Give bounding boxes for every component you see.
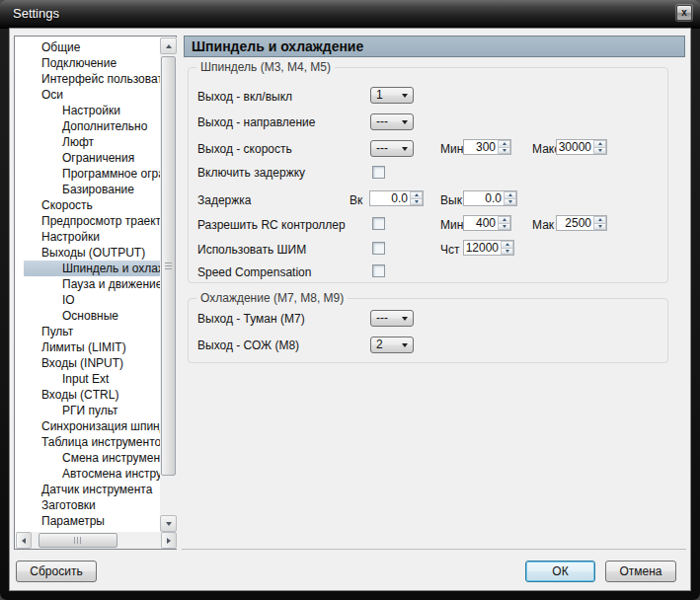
mist-output-select[interactable]: --- <box>370 310 414 327</box>
cooling-group: Охлаждение (M7, M8, M9) Выход - Туман (M… <box>188 298 668 363</box>
delay-off-spinner <box>463 190 517 206</box>
scroll-right-arrow-icon[interactable] <box>161 532 177 549</box>
page-title: Шпиндель и охлаждение <box>184 36 685 57</box>
mist-output-label: Выход - Туман (M7) <box>197 312 305 326</box>
pwm-freq-input[interactable] <box>464 241 501 255</box>
delay-on-spinner <box>369 190 424 206</box>
horizontal-scrollbar-thumb[interactable] <box>39 533 117 548</box>
tree-item-list: ОбщиеПодключениеИнтерфейс пользоватеОсиН… <box>16 38 160 532</box>
rc-controller-label: Разрешить RC контроллер <box>197 218 346 232</box>
scroll-down-arrow-icon[interactable] <box>160 515 177 532</box>
flood-output-select[interactable]: 2 <box>370 337 414 353</box>
delay-off-input[interactable] <box>464 191 504 205</box>
delay-on-input[interactable] <box>370 191 410 205</box>
spin-down-icon[interactable] <box>410 198 423 206</box>
settings-tree: ОбщиеПодключениеИнтерфейс пользоватеОсиН… <box>14 36 177 550</box>
tree-item[interactable]: Интерфейс пользовате <box>16 71 160 87</box>
chevron-down-icon <box>402 343 408 347</box>
out-direction-select[interactable]: --- <box>370 113 414 130</box>
tree-item[interactable]: Оси <box>16 87 160 103</box>
tree-item[interactable]: Программное огра <box>16 166 160 182</box>
vertical-scrollbar-thumb[interactable] <box>161 56 176 476</box>
tree-item[interactable]: Предпросмотр траекто <box>16 213 160 229</box>
cancel-button[interactable]: Отмена <box>605 561 676 582</box>
tree-item[interactable]: Входы (CTRL) <box>16 387 160 403</box>
spin-down-icon[interactable] <box>498 223 510 231</box>
chevron-down-icon <box>402 120 408 124</box>
chevron-down-icon <box>402 317 408 321</box>
pwm-freq-spinner <box>463 240 514 256</box>
tree-item[interactable]: Общие <box>16 39 160 55</box>
speed-min-input[interactable] <box>464 140 498 154</box>
scroll-up-arrow-icon[interactable] <box>160 38 177 54</box>
tree-item[interactable]: Пульт <box>16 324 160 339</box>
tree-item[interactable]: Входы (INPUT) <box>16 355 160 371</box>
tree-item[interactable]: Датчик инструмента <box>16 482 160 497</box>
speed-compensation-checkbox[interactable] <box>372 264 385 277</box>
out-speed-value: --- <box>371 141 402 156</box>
tree-item[interactable]: Базирование <box>16 182 160 197</box>
tree-item[interactable]: Скорость <box>16 197 160 213</box>
spindle-group: Шпиндель (M3, M4, M5) Выход - вкл/выкл 1… <box>188 67 668 283</box>
tree-item[interactable]: Люфт <box>16 134 160 150</box>
tree-item[interactable]: Выходы (OUTPUT) <box>16 245 160 261</box>
rc-min-input[interactable] <box>464 216 498 230</box>
enable-delay-label: Включить задержку <box>197 166 305 180</box>
ok-button[interactable]: ОК <box>525 561 595 582</box>
tree-item[interactable]: Подключение <box>16 55 160 71</box>
tree-item[interactable]: IO <box>16 292 160 308</box>
enable-delay-checkbox[interactable] <box>372 166 385 179</box>
rc-min-spinner <box>463 215 511 231</box>
tree-vertical-scrollbar[interactable] <box>160 38 177 532</box>
delay-label: Задержка <box>197 193 252 207</box>
tree-item[interactable]: Основные <box>16 308 160 324</box>
speed-min-label: Мин <box>440 142 463 156</box>
out-speed-label: Выход - скорость <box>197 142 292 156</box>
tree-item[interactable]: РГИ пульт <box>16 403 160 418</box>
tree-item[interactable]: Автосмена инструм <box>16 466 160 482</box>
use-pwm-checkbox[interactable] <box>372 242 385 255</box>
cooling-group-title: Охлаждение (M7, M8, M9) <box>196 291 348 306</box>
mist-output-value: --- <box>371 311 402 326</box>
close-icon[interactable]: x <box>676 5 692 21</box>
tree-item[interactable]: Заготовки <box>16 497 160 513</box>
spin-down-icon[interactable] <box>501 248 513 256</box>
reset-button[interactable]: Сбросить <box>16 561 97 582</box>
tree-horizontal-scrollbar[interactable] <box>16 532 177 549</box>
tree-item[interactable]: Пауза и движение <box>16 276 160 292</box>
tree-item[interactable]: Input Ext <box>16 371 160 387</box>
title-bar[interactable]: Settings x <box>0 0 700 29</box>
spin-down-icon[interactable] <box>593 223 606 231</box>
tree-item[interactable]: Лимиты (LIMIT) <box>16 339 160 355</box>
tree-item[interactable]: Синхронизация шпинде <box>16 418 160 434</box>
speed-max-input[interactable] <box>557 140 593 154</box>
speed-min-spinner <box>463 139 511 155</box>
flood-output-value: 2 <box>371 338 402 352</box>
out-speed-select[interactable]: --- <box>370 140 414 157</box>
spin-down-icon[interactable] <box>498 147 510 155</box>
spin-down-icon[interactable] <box>504 198 516 206</box>
rc-max-spinner <box>556 215 607 231</box>
tree-item[interactable]: Шпиндель и охлажд <box>24 261 160 276</box>
spindle-group-title: Шпиндель (M3, M4, M5) <box>196 60 335 75</box>
flood-output-label: Выход - СОЖ (M8) <box>197 338 299 352</box>
scroll-left-arrow-icon[interactable] <box>16 532 32 549</box>
tree-item[interactable]: Дополнительно <box>16 118 160 134</box>
tree-item[interactable]: Настройки <box>16 103 160 118</box>
spin-down-icon[interactable] <box>593 147 606 155</box>
pwm-freq-label: Чст <box>440 243 460 257</box>
rc-controller-checkbox[interactable] <box>372 217 385 230</box>
tree-item[interactable]: Ограничения <box>16 150 160 166</box>
speed-compensation-label: Speed Compensation <box>197 265 311 279</box>
out-direction-value: --- <box>371 114 402 129</box>
use-pwm-label: Использовать ШИМ <box>197 243 306 257</box>
tree-item[interactable]: Настройки <box>16 229 160 245</box>
delay-off-label: Вык <box>440 193 462 207</box>
tree-item[interactable]: Параметры <box>16 513 160 529</box>
tree-item[interactable]: Таблица инструментов <box>16 434 160 450</box>
rc-max-input[interactable] <box>557 216 593 230</box>
out-onoff-select[interactable]: 1 <box>370 87 414 104</box>
out-onoff-value: 1 <box>371 88 402 103</box>
tree-item[interactable]: Смена инструмента <box>16 450 160 466</box>
speed-max-spinner <box>556 139 607 155</box>
